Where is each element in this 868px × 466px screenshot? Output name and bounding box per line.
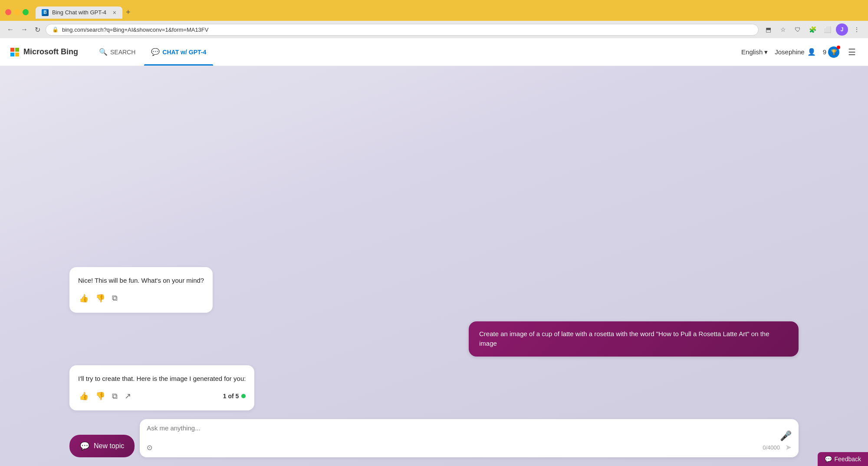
thumbs-up-button-2[interactable]: 👍 [78,390,89,402]
trophy-icon: 🏆 [831,49,837,55]
ms-yellow [15,53,19,56]
tab-close-button[interactable]: × [113,9,116,16]
feedback-label: Feedback [835,456,861,463]
rewards-badge[interactable]: 🏆 [828,46,839,58]
bookmark-button[interactable]: ☆ [777,23,789,36]
ms-grid-icon [10,48,19,56]
tab-favicon: B [42,9,49,16]
send-button[interactable]: ➤ [785,443,792,452]
app-container: Microsoft Bing 🔍 SEARCH 💬 CHAT w/ GPT-4 … [0,38,868,466]
language-selector[interactable]: English ▾ [741,48,768,56]
traffic-lights [5,9,29,15]
user-section[interactable]: Josephine 👤 [775,48,815,56]
new-tab-button[interactable]: + [122,6,134,19]
language-label: English [741,48,763,56]
new-topic-label: New topic [94,442,124,450]
counter-text: 1 of 5 [223,393,239,400]
input-area: 💬 New topic ⊙ 0/4000 ➤ 🎤 [0,419,868,466]
browser-chrome: B Bing Chat with GPT-4 × + [0,0,868,21]
search-icon: 🔍 [99,48,108,56]
chevron-down-icon: ▾ [764,48,768,56]
user-message-1-text: Create an image of a cup of latte with a… [479,329,788,349]
chat-area: Nice! This will be fun. What's on your m… [0,66,868,466]
user-icon: 👤 [807,48,816,56]
fullscreen-traffic-light[interactable] [23,9,29,15]
bot-message-2: I'll try to create that. Here is the ima… [69,365,254,411]
tab-bar: B Bing Chat with GPT-4 × + [36,6,863,19]
tab-chat[interactable]: 💬 CHAT w/ GPT-4 [144,44,213,59]
minimize-traffic-light[interactable] [14,9,20,15]
refresh-button[interactable]: ↻ [33,24,42,36]
tab-title: Bing Chat with GPT-4 [52,9,106,16]
input-box: ⊙ 0/4000 ➤ [140,419,799,457]
profile-avatar[interactable]: J [836,23,848,36]
tab-search[interactable]: 🔍 SEARCH [92,44,142,59]
cast-button[interactable]: ⬒ [762,23,774,36]
mic-floating-button[interactable]: 🎤 [780,430,792,442]
back-button[interactable]: ← [5,24,16,35]
chat-input[interactable] [147,424,792,439]
input-tools: ⊙ [147,443,152,452]
message-1-actions: 👍 👎 ⧉ [78,293,204,304]
address-bar-row: ← → ↻ 🔒 bing.com/search?q=Bing+AI&showco… [0,21,868,38]
address-input[interactable]: 🔒 bing.com/search?q=Bing+AI&showconv=1&f… [46,24,759,36]
sidebar-button[interactable]: ⬜ [821,23,833,36]
copy-button-1[interactable]: ⧉ [111,293,118,304]
messages-container: Nice! This will be fun. What's on your m… [0,75,868,419]
message-counter: 1 of 5 [223,393,246,400]
shield-icon[interactable]: 🛡 [792,23,804,36]
input-footer: ⊙ 0/4000 ➤ [147,443,792,452]
thumbs-down-button-1[interactable]: 👎 [95,293,106,304]
close-traffic-light[interactable] [5,9,11,15]
bing-logo-text: Microsoft Bing [23,47,78,56]
rewards-section[interactable]: 9 🏆 [823,46,839,58]
counter-status-dot [241,394,246,398]
extension-icon[interactable]: 🧩 [806,23,819,36]
chat-tab-label: CHAT w/ GPT-4 [162,49,206,56]
message-2-actions: 👍 👎 ⧉ ↗ 1 of 5 [78,390,246,402]
active-tab[interactable]: B Bing Chat with GPT-4 × [36,7,122,19]
forward-button[interactable]: → [19,24,30,35]
bot-message-1: Nice! This will be fun. What's on your m… [69,267,213,313]
feedback-button[interactable]: 💬 Feedback [818,452,868,466]
menu-button[interactable]: ⋮ [851,23,863,36]
bot-message-1-text: Nice! This will be fun. What's on your m… [78,276,204,286]
char-count: 0/4000 [763,444,780,451]
thumbs-down-button-2[interactable]: 👎 [95,390,106,402]
ms-green [15,48,19,52]
feedback-icon: 💬 [825,456,832,463]
ms-blue [10,53,14,56]
browser-actions: ⬒ ☆ 🛡 🧩 ⬜ J ⋮ [762,23,863,36]
image-search-button[interactable]: ⊙ [147,443,152,452]
bot-message-2-text: I'll try to create that. Here is the ima… [78,374,246,384]
nav-right: English ▾ Josephine 👤 9 🏆 ☰ [741,45,858,59]
thumbs-up-button-1[interactable]: 👍 [78,293,89,304]
url-text: bing.com/search?q=Bing+AI&showconv=1&for… [62,26,208,33]
ms-logo: Microsoft Bing [10,47,78,56]
new-topic-icon: 💬 [80,441,89,451]
new-topic-button[interactable]: 💬 New topic [69,435,135,457]
username: Josephine [775,48,804,56]
top-nav: Microsoft Bing 🔍 SEARCH 💬 CHAT w/ GPT-4 … [0,38,868,66]
hamburger-menu-button[interactable]: ☰ [846,45,858,59]
ms-red [10,48,14,52]
share-button-2[interactable]: ↗ [124,390,132,402]
search-tab-label: SEARCH [110,49,135,56]
rewards-count: 9 [823,48,826,56]
chat-icon: 💬 [151,48,160,56]
rewards-notification-dot [837,46,840,49]
nav-tabs: 🔍 SEARCH 💬 CHAT w/ GPT-4 [92,44,213,59]
copy-button-2[interactable]: ⧉ [111,391,118,402]
user-message-1: Create an image of a cup of latte with a… [469,321,799,357]
